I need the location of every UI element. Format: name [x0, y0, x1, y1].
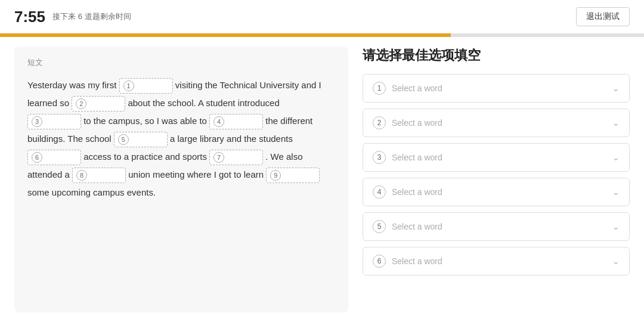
chevron-down-icon-1: ⌄ — [612, 83, 620, 93]
dropdown-num-4: 4 — [373, 185, 386, 199]
right-panel: 请选择最佳选项填空 1 Select a word ⌄ 2 Select a w… — [363, 47, 630, 312]
dropdown-2[interactable]: 2 Select a word ⌄ — [363, 109, 630, 137]
blank-7: 7 — [209, 150, 263, 165]
dropdown-num-6: 6 — [373, 255, 386, 268]
passage-text: Yesterday was my first 1 visiting the Te… — [27, 76, 335, 202]
dropdown-4[interactable]: 4 Select a word ⌄ — [363, 178, 630, 206]
main-content: 短文 Yesterday was my first 1 visiting the… — [0, 37, 644, 322]
blank-2: 2 — [72, 96, 125, 112]
blank-1: 1 — [119, 78, 173, 94]
chevron-down-icon-2: ⌄ — [612, 118, 620, 128]
blank-3: 3 — [27, 114, 81, 129]
dropdown-placeholder-2: Select a word — [392, 118, 442, 128]
right-title: 请选择最佳选项填空 — [363, 47, 630, 64]
dropdown-6[interactable]: 6 Select a word ⌄ — [363, 247, 630, 275]
dropdown-5[interactable]: 5 Select a word ⌄ — [363, 212, 630, 241]
blank-5: 5 — [114, 132, 168, 147]
dropdown-1[interactable]: 1 Select a word ⌄ — [363, 74, 630, 103]
exit-button[interactable]: 退出测试 — [576, 7, 630, 26]
timer: 7:55 — [14, 8, 45, 26]
chevron-down-icon-4: ⌄ — [612, 187, 620, 197]
chevron-down-icon-3: ⌄ — [612, 153, 620, 162]
chevron-down-icon-6: ⌄ — [612, 256, 620, 266]
blank-4: 4 — [209, 114, 263, 129]
dropdown-num-5: 5 — [373, 220, 386, 233]
dropdown-placeholder-5: Select a word — [392, 222, 442, 231]
dropdown-placeholder-1: Select a word — [392, 83, 442, 93]
left-panel: 短文 Yesterday was my first 1 visiting the… — [14, 47, 348, 312]
header-left: 7:55 接下来 6 道题剩余时间 — [14, 8, 131, 26]
blank-8: 8 — [72, 168, 126, 183]
panel-label: 短文 — [27, 57, 335, 68]
chevron-down-icon-5: ⌄ — [612, 222, 620, 231]
dropdown-placeholder-6: Select a word — [392, 256, 442, 266]
dropdown-3[interactable]: 3 Select a word ⌄ — [363, 143, 630, 172]
dropdown-placeholder-3: Select a word — [392, 153, 442, 162]
dropdown-num-2: 2 — [373, 116, 386, 129]
timer-label: 接下来 6 道题剩余时间 — [52, 11, 131, 22]
dropdown-placeholder-4: Select a word — [392, 187, 442, 197]
dropdown-num-3: 3 — [373, 151, 386, 164]
blank-9: 9 — [266, 168, 320, 183]
blank-6: 6 — [27, 150, 81, 165]
header: 7:55 接下来 6 道题剩余时间 退出测试 — [0, 0, 644, 33]
dropdown-num-1: 1 — [373, 82, 386, 95]
